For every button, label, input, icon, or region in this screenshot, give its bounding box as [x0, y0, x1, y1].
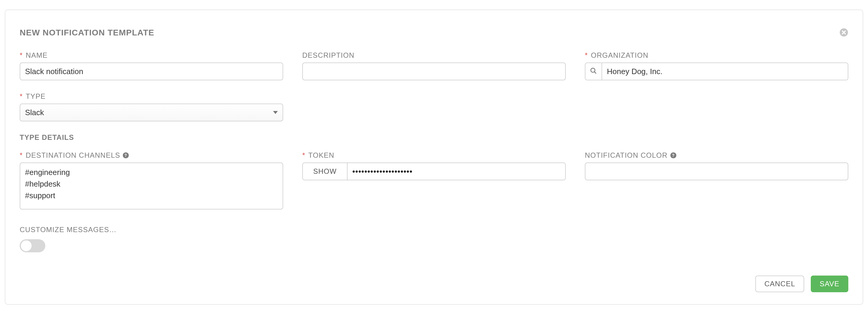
chevron-down-icon — [273, 111, 278, 114]
destination-channels-input[interactable] — [20, 163, 283, 210]
organization-lookup-button[interactable] — [585, 63, 602, 80]
notification-color-label: NOTIFICATION COLOR ? — [585, 151, 848, 160]
customize-messages-toggle[interactable] — [20, 239, 45, 252]
notification-template-panel: NEW NOTIFICATION TEMPLATE *NAME DESCRIPT… — [5, 9, 863, 305]
required-marker: * — [302, 151, 305, 160]
svg-line-2 — [594, 72, 596, 73]
type-select[interactable]: Slack — [20, 104, 283, 121]
notification-color-input[interactable] — [585, 163, 848, 180]
required-marker: * — [20, 92, 23, 101]
organization-input[interactable] — [602, 63, 848, 80]
organization-label: *ORGANIZATION — [585, 51, 848, 60]
panel-title: NEW NOTIFICATION TEMPLATE — [20, 28, 848, 37]
type-select-value: Slack — [25, 108, 44, 117]
svg-text:?: ? — [125, 153, 127, 158]
close-icon[interactable] — [839, 28, 848, 37]
type-label: *TYPE — [20, 92, 283, 101]
toggle-knob — [21, 241, 32, 251]
description-label: DESCRIPTION — [302, 51, 566, 60]
name-input[interactable] — [20, 63, 283, 80]
name-label: *NAME — [20, 51, 283, 60]
svg-text:?: ? — [672, 153, 675, 158]
search-icon — [590, 67, 597, 76]
svg-point-1 — [591, 68, 595, 72]
type-details-heading: TYPE DETAILS — [20, 133, 848, 142]
save-button[interactable]: SAVE — [811, 276, 848, 292]
token-input[interactable] — [347, 163, 565, 180]
customize-messages-label: CUSTOMIZE MESSAGES… — [20, 225, 848, 234]
description-input[interactable] — [302, 63, 566, 80]
required-marker: * — [20, 151, 23, 160]
token-label: *TOKEN — [302, 151, 566, 160]
required-marker: * — [20, 51, 23, 60]
help-icon[interactable]: ? — [670, 152, 677, 158]
help-icon[interactable]: ? — [123, 152, 129, 158]
token-show-button[interactable]: SHOW — [303, 163, 347, 180]
destination-channels-label: *DESTINATION CHANNELS ? — [20, 151, 283, 160]
required-marker: * — [585, 51, 588, 60]
cancel-button[interactable]: CANCEL — [755, 276, 804, 292]
